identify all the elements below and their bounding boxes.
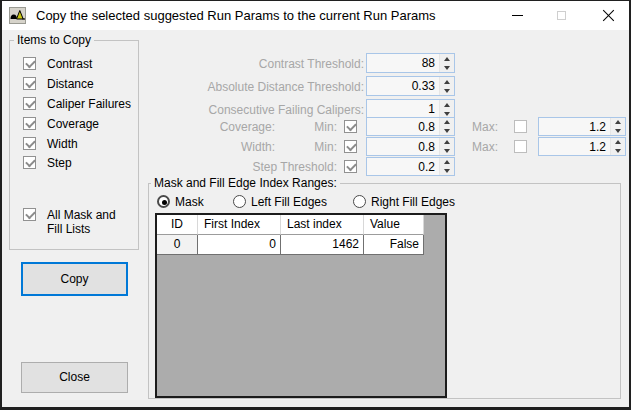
- radio-left-fill-edges-label[interactable]: Left Fill Edges: [251, 195, 327, 210]
- close-dialog-button[interactable]: Close: [21, 362, 128, 393]
- checkbox-icon: [23, 137, 36, 150]
- checkbox-label: Width: [47, 137, 78, 151]
- grid-header-row: ID First Index Last index Value: [157, 215, 445, 235]
- spin-down-icon[interactable]: [440, 127, 454, 136]
- app-icon: [9, 7, 26, 24]
- width-min-spinner[interactable]: 0.8: [366, 137, 455, 156]
- minimize-icon: [512, 15, 523, 16]
- spin-up-icon[interactable]: [440, 77, 454, 86]
- width-max-spinner[interactable]: 1.2: [538, 137, 626, 156]
- consecutive-failing-calipers-spinner[interactable]: 1: [366, 99, 455, 119]
- window-border-top: [0, 0, 631, 1]
- spin-down-icon[interactable]: [440, 167, 454, 176]
- checkbox-contrast[interactable]: Contrast: [23, 57, 92, 71]
- coverage-max-spinner[interactable]: 1.2: [538, 117, 626, 136]
- coverage-label: Coverage:: [155, 118, 275, 136]
- width-min-checkbox: [344, 140, 357, 153]
- checkbox-label: Contrast: [47, 57, 92, 71]
- checkbox-coverage[interactable]: Coverage: [23, 117, 99, 131]
- step-threshold-spinner[interactable]: 0.2: [366, 157, 455, 176]
- column-header-value[interactable]: Value: [364, 215, 424, 235]
- copy-button[interactable]: Copy: [21, 262, 128, 296]
- dialog-window: Copy the selected suggested Run Params t…: [0, 0, 631, 410]
- spin-up-icon[interactable]: [440, 158, 454, 167]
- checkbox-icon: [23, 97, 36, 110]
- width-max-checkbox[interactable]: [514, 140, 527, 153]
- step-threshold-checkbox: [344, 160, 357, 173]
- checkbox-label: Step: [47, 156, 72, 170]
- spinner-value[interactable]: 88: [367, 56, 439, 70]
- maximize-icon: [557, 11, 566, 20]
- coverage-min-label: Min:: [297, 118, 337, 136]
- width-max-label: Max:: [460, 138, 498, 156]
- coverage-min-spinner[interactable]: 0.8: [366, 117, 455, 136]
- column-header-last-index[interactable]: Last index: [281, 215, 364, 235]
- spin-down-icon[interactable]: [440, 63, 454, 72]
- close-button[interactable]: [587, 1, 629, 29]
- radio-left-fill-edges[interactable]: [233, 195, 246, 208]
- column-header-id[interactable]: ID: [157, 215, 198, 235]
- checkbox-distance[interactable]: Distance: [23, 77, 94, 91]
- checkbox-caliper-failures[interactable]: Caliper Failures: [23, 97, 131, 111]
- spin-up-icon[interactable]: [440, 138, 454, 147]
- radio-right-fill-edges-label[interactable]: Right Fill Edges: [371, 195, 455, 210]
- absolute-distance-threshold-spinner[interactable]: 0.33: [366, 76, 455, 96]
- cell-first-index[interactable]: 0: [198, 235, 281, 255]
- checkbox-label: Caliper Failures: [47, 97, 131, 111]
- checkbox-icon: [23, 156, 36, 169]
- width-label: Width:: [155, 138, 275, 156]
- coverage-min-checkbox: [344, 120, 357, 133]
- spin-down-icon[interactable]: [440, 147, 454, 156]
- absolute-distance-threshold-label: Absolute Distance Threshold:: [144, 78, 364, 96]
- spin-down-icon[interactable]: [611, 147, 625, 156]
- index-ranges-grid[interactable]: ID First Index Last index Value 0 0 1462…: [155, 213, 447, 398]
- spin-down-icon[interactable]: [440, 86, 454, 95]
- width-min-label: Min:: [297, 138, 337, 156]
- spin-up-icon[interactable]: [611, 118, 625, 127]
- title-bar[interactable]: Copy the selected suggested Run Params t…: [2, 1, 629, 30]
- spinner-value[interactable]: 0.8: [367, 120, 439, 134]
- spinner-value[interactable]: 0.8: [367, 140, 439, 154]
- checkbox-step[interactable]: Step: [23, 156, 72, 170]
- maximize-button: [543, 1, 579, 29]
- checkbox-all-mask-fill-lists[interactable]: All Mask and Fill Lists: [23, 208, 131, 236]
- spinner-value[interactable]: 1.2: [539, 120, 610, 134]
- checkbox-label: Distance: [47, 77, 94, 91]
- radio-right-fill-edges[interactable]: [353, 195, 366, 208]
- cell-last-index[interactable]: 1462: [281, 235, 364, 255]
- items-to-copy-title: Items to Copy: [14, 34, 94, 47]
- spinner-value[interactable]: 0.33: [367, 79, 439, 93]
- close-icon: [602, 9, 615, 22]
- checkbox-icon: [23, 208, 36, 221]
- radio-mask-label[interactable]: Mask: [175, 195, 204, 210]
- spin-up-icon[interactable]: [440, 54, 454, 63]
- spin-up-icon[interactable]: [440, 100, 454, 109]
- column-header-first-index[interactable]: First Index: [198, 215, 281, 235]
- checkbox-label: All Mask and Fill Lists: [47, 208, 131, 236]
- spin-up-icon[interactable]: [611, 138, 625, 147]
- spin-down-icon[interactable]: [611, 127, 625, 136]
- checkbox-icon: [23, 117, 36, 130]
- cell-id[interactable]: 0: [157, 235, 198, 255]
- coverage-max-checkbox[interactable]: [514, 120, 527, 133]
- window-title: Copy the selected suggested Run Params t…: [36, 1, 436, 30]
- checkbox-icon: [23, 77, 36, 90]
- cell-value[interactable]: False: [364, 235, 424, 255]
- contrast-threshold-spinner[interactable]: 88: [366, 53, 455, 73]
- spinner-value[interactable]: 1.2: [539, 140, 610, 154]
- table-row[interactable]: 0 0 1462 False: [157, 235, 445, 255]
- checkbox-label: Coverage: [47, 117, 99, 131]
- contrast-threshold-label: Contrast Threshold:: [144, 55, 364, 73]
- mask-fill-group-title: Mask and Fill Edge Index Ranges:: [151, 177, 340, 190]
- step-threshold-label: Step Threshold:: [197, 158, 337, 176]
- spinner-value[interactable]: 0.2: [367, 160, 439, 174]
- minimize-button[interactable]: [499, 1, 535, 29]
- checkbox-icon: [23, 57, 36, 70]
- spinner-value[interactable]: 1: [367, 102, 439, 116]
- radio-mask[interactable]: [157, 195, 170, 208]
- spin-up-icon[interactable]: [440, 118, 454, 127]
- coverage-max-label: Max:: [460, 118, 498, 136]
- consecutive-failing-calipers-label: Consecutive Failing Calipers:: [144, 101, 364, 119]
- window-border-left: [0, 0, 2, 410]
- checkbox-width[interactable]: Width: [23, 137, 78, 151]
